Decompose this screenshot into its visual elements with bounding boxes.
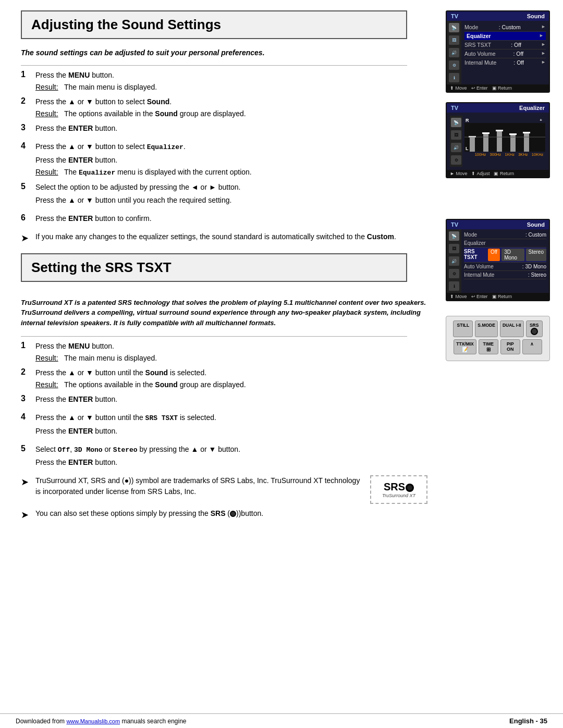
srs-sidebar: 📡 🖼 🔊 ⚙ ℹ: [447, 229, 461, 293]
eq-r-label: R: [466, 118, 469, 123]
step-instruction: Select Off, 3D Mono or Stereo by pressin…: [35, 444, 427, 455]
page-footer: Downloaded from www.Manualslib.com manua…: [0, 713, 563, 728]
tv-footer-text: ⬆ Move: [450, 85, 467, 91]
note-1: ➤ If you make any changes to the equaliz…: [21, 231, 427, 244]
tv-footer: ⬆ Move ↩ Enter ▣ Return: [447, 84, 549, 92]
enter-bold5: ENTER: [68, 427, 93, 435]
freq-100: 100Hz: [475, 152, 486, 157]
eq-bars-svg: L: [464, 123, 545, 152]
eq-tv-label: TV: [451, 105, 458, 111]
eq-body: 📡 🖼 🔊 ⚙ R +: [447, 113, 549, 170]
section1-title: Adjusting the Sound Settings: [31, 17, 397, 33]
step-2-2: 2 Press the ▲ or ▼ button until the Soun…: [21, 367, 427, 389]
row-value-im: : Off: [513, 59, 524, 66]
srs-opt-box: Off 3D Mono Stereo: [488, 249, 546, 261]
tv-icon-sound: 🔊: [449, 48, 459, 57]
tv-icon-info: ℹ: [449, 73, 459, 82]
step-1-1: 1 Press the MENU button. Result: The mai…: [21, 70, 427, 91]
row-label: Mode: [464, 24, 478, 30]
eq-bar-3: [497, 131, 502, 152]
result-text: The main menu is displayed.: [64, 354, 157, 362]
tv-icon-settings: ⚙: [449, 60, 459, 70]
step-instruction: Press the ENTER button to confirm.: [35, 213, 427, 224]
freq-10k: 10KHz: [532, 152, 544, 157]
eq-screen-title: Equalizer: [519, 105, 545, 111]
eq-bar-1: [470, 137, 475, 152]
row-arrow-eq: ►: [539, 33, 544, 39]
srs-av-value: : 3D Mono: [522, 264, 546, 269]
srs-row-srs: SRS TSXT Off 3D Mono Stereo: [464, 248, 546, 263]
remote-btn-pip[interactable]: PIP ON: [500, 339, 520, 354]
srs-bold: SRS: [211, 509, 226, 517]
step-number: 1: [21, 70, 35, 79]
tv-menu-row-mode: Mode : Custom ►: [464, 23, 546, 32]
result-text: The options available in the Sound group…: [64, 380, 246, 389]
step-content: Select Off, 3D Mono or Stereo by pressin…: [35, 444, 427, 471]
step-number: 5: [21, 182, 35, 191]
eq-handle-2: [482, 132, 489, 134]
enter-bold6: ENTER: [68, 458, 93, 466]
step-content: Press the ENTER button to confirm.: [35, 213, 427, 226]
result-label: Result:: [35, 109, 64, 118]
eq-handle-3: [496, 130, 503, 131]
footer-prefix: Downloaded from: [16, 718, 66, 725]
srs-footer-return: ▣ Return: [492, 294, 512, 299]
remote-row1: STILL S.MODE DUAL I-II SRS: [449, 320, 546, 337]
srs-icon1: 📡: [449, 231, 459, 241]
remote-row2: TTX/MIX 📝 TIME ⊞ PIP ON ∧: [449, 339, 546, 354]
eq-sidebar: 📡 🖼 🔊 ⚙: [450, 116, 462, 167]
eq-footer-adjust: ⬆ Adjust: [471, 171, 489, 176]
step-instruction2: Press the ▲ or ▼ button until you reach …: [35, 195, 427, 206]
remote-btn-ttx[interactable]: TTX/MIX 📝: [454, 339, 476, 354]
note-content: If you make any changes to the equalizer…: [35, 231, 396, 242]
eq-icon2: 🖼: [451, 130, 461, 140]
sound-bold: Sound: [147, 97, 170, 106]
remote-btn-time[interactable]: TIME ⊞: [479, 339, 498, 354]
step-number: 4: [21, 141, 35, 151]
note-content3: You can also set these options simply by…: [35, 508, 263, 519]
time-label: TIME: [483, 341, 494, 347]
note-arrow: ➤: [21, 232, 35, 244]
step-2-4: 4 Press the ▲ or ▼ button until the SRS …: [21, 412, 427, 439]
remote-btn-dual[interactable]: DUAL I-II: [500, 320, 524, 337]
freq-3k: 3KHz: [518, 152, 528, 157]
footer-page-label: English - 35: [509, 717, 547, 725]
tv-icon-antenna: 📡: [449, 23, 459, 32]
srs-footer: ⬆ Move ↩ Enter ▣ Return: [447, 293, 549, 300]
remote-btn-up[interactable]: ∧: [522, 339, 542, 354]
step-content: Press the ENTER button.: [35, 394, 427, 407]
srs-sub-text: TruSurround XT: [382, 493, 415, 498]
srs-im-value: : Stereo: [528, 272, 546, 278]
custom-bold: Custom: [367, 232, 394, 241]
tv-menu-row-srs: SRS TSXT : Off ►: [464, 41, 546, 50]
step-number: 2: [21, 96, 35, 106]
footer-link[interactable]: www.Manualslib.com: [66, 718, 120, 724]
tv-footer-enter: ↩ Enter: [471, 85, 488, 91]
srs-icon2: 🖼: [449, 244, 459, 253]
eq-footer-return: ▣ Return: [494, 171, 514, 176]
result-text: The main menu is displayed.: [64, 83, 157, 91]
right-column: TV Sound 📡 🖼 🔊 ⚙ ℹ Mode : Custom: [438, 5, 563, 713]
srs-row-eq: Equalizer: [464, 239, 546, 248]
srs-row-im: Internal Mute : Stereo: [464, 271, 546, 279]
note-arrow3: ➤: [21, 509, 35, 521]
step-content: Press the ▲ or ▼ button to select Sound.…: [35, 96, 427, 118]
step-1-6: 6 Press the ENTER button to confirm.: [21, 213, 427, 226]
row-arrow-srs: ►: [541, 42, 546, 48]
circle-icon: [230, 511, 236, 517]
srs-icon4: ⚙: [449, 269, 459, 278]
enter-bold2: ENTER: [68, 156, 93, 164]
eq-handle-4: [509, 133, 517, 135]
eq-plus-label: +: [540, 118, 542, 123]
eq-rl-labels: R +: [464, 118, 545, 123]
step-number: 3: [21, 123, 35, 132]
step-1-2: 2 Press the ▲ or ▼ button to select Soun…: [21, 96, 427, 118]
srs-footer-move: ⬆ Move: [450, 294, 467, 299]
remote-btn-still[interactable]: STILL: [453, 320, 473, 337]
eq-bar-2: [483, 133, 488, 152]
eq-footer-move: ► Move: [450, 171, 467, 176]
remote-btn-smode[interactable]: S.MODE: [475, 320, 498, 337]
remote-btn-srs[interactable]: SRS: [526, 320, 543, 337]
eq-code: Equalizer: [147, 143, 183, 151]
srs-off-opt: Off: [488, 249, 500, 261]
